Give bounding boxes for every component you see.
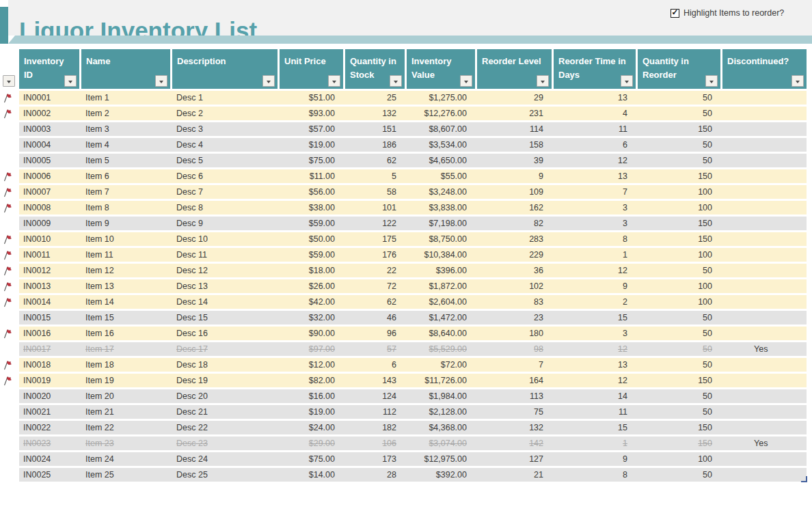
- cell-unit-price[interactable]: $90.00: [280, 327, 345, 340]
- cell-quantity-in-stock[interactable]: 151: [345, 122, 407, 136]
- cell-description[interactable]: Desc 6: [172, 169, 280, 183]
- cell-discontinued[interactable]: [722, 311, 807, 324]
- cell-discontinued[interactable]: Yes: [722, 437, 807, 450]
- cell-discontinued[interactable]: [722, 279, 807, 293]
- cell-discontinued[interactable]: [722, 452, 807, 466]
- cell-name[interactable]: Item 13: [81, 279, 172, 293]
- cell-reorder-time-in-days[interactable]: 9: [554, 452, 638, 466]
- cell-inventory-value[interactable]: $4,368.00: [407, 421, 477, 434]
- cell-reorder-time-in-days[interactable]: 9: [554, 279, 638, 293]
- cell-name[interactable]: Item 2: [81, 107, 172, 120]
- cell-description[interactable]: Desc 19: [172, 374, 280, 387]
- cell-quantity-in-stock[interactable]: 132: [345, 107, 407, 120]
- cell-unit-price[interactable]: $75.00: [280, 452, 345, 466]
- cell-reorder-time-in-days[interactable]: 8: [554, 232, 638, 246]
- cell-inventory-id[interactable]: IN0004: [19, 138, 81, 152]
- cell-quantity-in-stock[interactable]: 173: [345, 452, 407, 466]
- cell-quantity-in-reorder[interactable]: 100: [638, 295, 722, 309]
- cell-unit-price[interactable]: $38.00: [280, 201, 345, 214]
- cell-reorder-time-in-days[interactable]: 15: [554, 311, 638, 324]
- cell-description[interactable]: Desc 15: [172, 311, 280, 324]
- cell-name[interactable]: Item 18: [81, 358, 172, 372]
- cell-inventory-id[interactable]: IN0017: [19, 342, 81, 356]
- cell-reorder-level[interactable]: 283: [477, 232, 554, 246]
- cell-inventory-id[interactable]: IN0023: [19, 437, 81, 450]
- cell-description[interactable]: Desc 3: [172, 122, 280, 136]
- cell-inventory-value[interactable]: $12,975.00: [407, 452, 477, 466]
- cell-inventory-id[interactable]: IN0008: [19, 201, 81, 214]
- cell-name[interactable]: Item 14: [81, 295, 172, 309]
- cell-unit-price[interactable]: $12.00: [280, 358, 345, 372]
- cell-quantity-in-stock[interactable]: 122: [345, 217, 407, 230]
- cell-inventory-value[interactable]: $1,472.00: [407, 311, 477, 324]
- cell-discontinued[interactable]: [722, 107, 807, 120]
- cell-reorder-level[interactable]: 36: [477, 264, 554, 277]
- cell-description[interactable]: Desc 21: [172, 405, 280, 419]
- cell-quantity-in-reorder[interactable]: 150: [638, 437, 722, 450]
- filter-button[interactable]: [621, 75, 633, 87]
- cell-reorder-level[interactable]: 231: [477, 107, 554, 120]
- cell-discontinued[interactable]: [722, 185, 807, 199]
- cell-unit-price[interactable]: $57.00: [280, 122, 345, 136]
- cell-inventory-id[interactable]: IN0016: [19, 327, 81, 340]
- cell-name[interactable]: Item 4: [81, 138, 172, 152]
- cell-inventory-id[interactable]: IN0024: [19, 452, 81, 466]
- cell-quantity-in-reorder[interactable]: 150: [638, 122, 722, 136]
- cell-inventory-value[interactable]: $3,074.00: [407, 437, 477, 450]
- cell-quantity-in-stock[interactable]: 96: [345, 327, 407, 340]
- cell-reorder-time-in-days[interactable]: 11: [554, 122, 638, 136]
- cell-reorder-time-in-days[interactable]: 12: [554, 374, 638, 387]
- cell-description[interactable]: Desc 24: [172, 452, 280, 466]
- cell-unit-price[interactable]: $50.00: [280, 232, 345, 246]
- cell-inventory-id[interactable]: IN0018: [19, 358, 81, 372]
- cell-quantity-in-stock[interactable]: 186: [345, 138, 407, 152]
- cell-inventory-id[interactable]: IN0009: [19, 217, 81, 230]
- cell-description[interactable]: Desc 5: [172, 154, 280, 167]
- cell-discontinued[interactable]: Yes: [722, 342, 807, 356]
- cell-quantity-in-reorder[interactable]: 50: [638, 91, 722, 105]
- cell-unit-price[interactable]: $59.00: [280, 217, 345, 230]
- cell-quantity-in-reorder[interactable]: 50: [638, 264, 722, 277]
- filter-button[interactable]: [262, 75, 275, 87]
- cell-unit-price[interactable]: $97.00: [280, 342, 345, 356]
- cell-inventory-value[interactable]: $8,750.00: [407, 232, 477, 246]
- cell-name[interactable]: Item 20: [81, 389, 172, 403]
- cell-inventory-id[interactable]: IN0014: [19, 295, 81, 309]
- cell-quantity-in-stock[interactable]: 106: [345, 437, 407, 450]
- cell-description[interactable]: Desc 2: [172, 107, 280, 120]
- cell-quantity-in-stock[interactable]: 182: [345, 421, 407, 434]
- cell-inventory-id[interactable]: IN0015: [19, 311, 81, 324]
- filter-button[interactable]: [460, 75, 472, 87]
- cell-inventory-id[interactable]: IN0011: [19, 248, 81, 262]
- cell-reorder-time-in-days[interactable]: 13: [554, 91, 638, 105]
- cell-inventory-id[interactable]: IN0020: [19, 389, 81, 403]
- cell-unit-price[interactable]: $16.00: [280, 389, 345, 403]
- cell-reorder-time-in-days[interactable]: 13: [554, 358, 638, 372]
- cell-reorder-time-in-days[interactable]: 1: [554, 248, 638, 262]
- highlight-reorder-checkbox-group[interactable]: ✓ Highlight Items to reorder?: [671, 8, 784, 18]
- cell-reorder-level[interactable]: 21: [477, 468, 554, 482]
- cell-reorder-time-in-days[interactable]: 2: [554, 295, 638, 309]
- filter-button[interactable]: [390, 75, 402, 87]
- cell-name[interactable]: Item 25: [81, 468, 172, 482]
- cell-reorder-time-in-days[interactable]: 3: [554, 327, 638, 340]
- cell-description[interactable]: Desc 13: [172, 279, 280, 293]
- cell-description[interactable]: Desc 1: [172, 91, 280, 105]
- cell-quantity-in-reorder[interactable]: 50: [638, 311, 722, 324]
- cell-quantity-in-reorder[interactable]: 150: [638, 169, 722, 183]
- cell-reorder-time-in-days[interactable]: 12: [554, 264, 638, 277]
- cell-reorder-level[interactable]: 82: [477, 217, 554, 230]
- cell-unit-price[interactable]: $82.00: [280, 374, 345, 387]
- cell-inventory-value[interactable]: $1,984.00: [407, 389, 477, 403]
- cell-inventory-id[interactable]: IN0019: [19, 374, 81, 387]
- cell-discontinued[interactable]: [722, 154, 807, 167]
- cell-inventory-value[interactable]: $8,640.00: [407, 327, 477, 340]
- cell-reorder-time-in-days[interactable]: 12: [554, 342, 638, 356]
- cell-unit-price[interactable]: $26.00: [280, 279, 345, 293]
- cell-quantity-in-stock[interactable]: 58: [345, 185, 407, 199]
- cell-name[interactable]: Item 22: [81, 421, 172, 434]
- cell-reorder-time-in-days[interactable]: 4: [554, 107, 638, 120]
- cell-inventory-value[interactable]: $4,650.00: [407, 154, 477, 167]
- cell-discontinued[interactable]: [722, 217, 807, 230]
- cell-description[interactable]: Desc 17: [172, 342, 280, 356]
